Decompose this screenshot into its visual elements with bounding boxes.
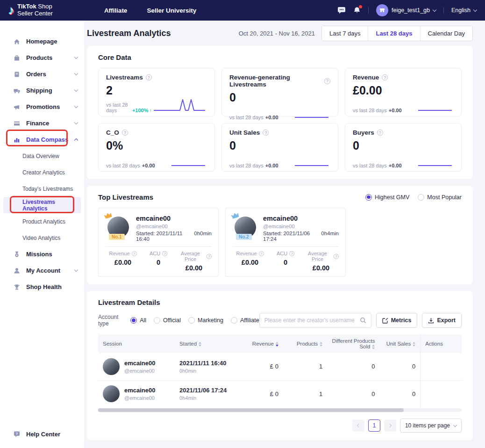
horizontal-scrollbar-thumb[interactable] xyxy=(98,408,404,412)
sidebar-item-label: Products xyxy=(26,54,52,61)
started-label: Started: 2021/11/11 16:40 xyxy=(136,231,194,242)
radio-account-marketing[interactable]: Marketing xyxy=(188,317,223,324)
sort-radio-group: Highest GMV Most Popular xyxy=(365,194,462,201)
pagination-page-1[interactable]: 1 xyxy=(368,419,380,432)
tiktok-logo[interactable]: ♪ TikTok Shop Seller Center xyxy=(8,3,53,17)
sidebar-item-missions[interactable]: Missions xyxy=(0,246,84,262)
sidebar-subitem-data-overview[interactable]: Data Overview xyxy=(0,148,84,164)
info-icon[interactable]: ? xyxy=(259,251,264,256)
notifications-bell-icon[interactable] xyxy=(353,7,361,14)
creator-search-box xyxy=(259,313,371,328)
top-nav-links: Affiliate Seller University xyxy=(104,7,196,14)
account-menu[interactable]: feige_test1_gb xyxy=(376,4,436,16)
nav-link-seller-university[interactable]: Seller University xyxy=(147,7,196,14)
table-row[interactable]: emcaine00@emcaine00 2021/11/06 17:240h4m… xyxy=(98,380,462,407)
metrics-button[interactable]: Metrics xyxy=(376,313,418,328)
info-icon[interactable]: ? xyxy=(146,74,152,80)
sidebar-item-products[interactable]: Products xyxy=(0,50,84,66)
session-creator-name: emcaine00 xyxy=(124,387,156,394)
divider xyxy=(232,246,339,247)
metric-label: Livestreams xyxy=(106,74,143,81)
metric-value: 0 xyxy=(353,139,454,152)
radio-account-official[interactable]: Official xyxy=(154,317,181,324)
info-icon[interactable]: ? xyxy=(324,78,330,84)
top-livestream-card-1[interactable]: No.1 emcaine00 @emcaine00 Started: 2021/… xyxy=(98,208,219,277)
help-center[interactable]: ? Help Center xyxy=(13,430,60,438)
messages-icon[interactable] xyxy=(337,7,346,14)
sidebar-item-orders[interactable]: Orders xyxy=(0,66,84,82)
language-menu[interactable]: English xyxy=(451,7,477,14)
livestream-details-panel: Livestream Details Account type All Offi… xyxy=(87,291,473,440)
radio-most-popular[interactable]: Most Popular xyxy=(418,194,462,201)
metric-card-buyers: Buyers? 0 vs last 28 days +0.00 xyxy=(345,123,462,172)
sparkline-chart xyxy=(416,152,454,168)
sidebar-subitem-livestreams-analytics[interactable]: Livestreams Analytics xyxy=(3,197,81,213)
info-icon[interactable]: ? xyxy=(334,254,339,259)
table-row[interactable]: emcaine00@emcaine00 2021/11/11 16:400h0m… xyxy=(98,353,462,380)
info-icon[interactable]: ? xyxy=(132,251,137,256)
subitem-label: Today's Livestreams xyxy=(22,186,73,192)
metric-label: Revenue xyxy=(353,74,379,81)
metric-value: £0.00 xyxy=(232,259,268,266)
sidebar-subitem-product-analytics[interactable]: Product Analytics xyxy=(0,213,84,230)
range-button-last-28-days[interactable]: Last 28 days xyxy=(368,26,420,41)
sidebar-subitem-todays-livestreams[interactable]: Today's Livestreams xyxy=(0,181,84,197)
sidebar-item-promotions[interactable]: Promotions xyxy=(0,99,84,115)
info-icon[interactable]: ? xyxy=(289,251,294,256)
range-button-last-7-days[interactable]: Last 7 days xyxy=(322,26,368,41)
radio-highest-gmv[interactable]: Highest GMV xyxy=(365,194,409,201)
logo-shop: Shop xyxy=(36,3,52,10)
sidebar-subitem-creator-analytics[interactable]: Creator Analytics xyxy=(0,164,84,181)
column-header-started[interactable]: Started xyxy=(175,334,242,353)
chevron-right-icon xyxy=(388,424,392,427)
person-icon xyxy=(13,267,21,275)
nav-link-affiliate[interactable]: Affiliate xyxy=(104,7,128,14)
export-button[interactable]: Export xyxy=(422,313,462,328)
column-header-revenue[interactable]: Revenue xyxy=(242,334,283,353)
radio-icon xyxy=(130,317,137,324)
sidebar-item-shipping[interactable]: Shipping xyxy=(0,82,84,99)
search-icon[interactable] xyxy=(360,317,366,324)
info-icon[interactable]: ? xyxy=(207,254,212,259)
sparkline-chart xyxy=(293,104,330,120)
creator-handle: @emcaine00 xyxy=(136,224,212,229)
medal-icon xyxy=(13,251,21,258)
creator-search-input[interactable] xyxy=(264,317,360,324)
page-size-dropdown[interactable]: 10 items per page xyxy=(400,419,462,433)
unit-sales-cell: 0 xyxy=(379,353,420,380)
info-icon[interactable]: ? xyxy=(377,130,383,136)
started-datetime: 2021/11/11 16:40 xyxy=(179,360,237,367)
help-center-label: Help Center xyxy=(26,431,60,438)
pagination-prev-button[interactable] xyxy=(352,419,364,432)
sidebar-item-label: Orders xyxy=(26,71,46,78)
info-icon[interactable]: ? xyxy=(382,74,388,80)
sidebar-item-data-compass[interactable]: Data Compass xyxy=(0,131,84,148)
pagination-next-button[interactable] xyxy=(384,419,396,432)
metric-value: 0 xyxy=(141,259,176,266)
column-header-unit-sales[interactable]: Unit Sales xyxy=(379,334,420,353)
sidebar-item-homepage[interactable]: Homepage xyxy=(0,33,84,50)
delta-value: +0.00 xyxy=(265,163,278,168)
column-header-products[interactable]: Products xyxy=(283,334,327,353)
sidebar-item-shop-health[interactable]: Shop Health xyxy=(0,279,84,295)
rank-badge: No.2 xyxy=(236,234,252,240)
radio-account-all[interactable]: All xyxy=(130,317,146,324)
sidebar-subitem-video-analytics[interactable]: Video Analytics xyxy=(0,230,84,246)
range-button-calendar-day[interactable]: Calendar Day xyxy=(420,26,473,41)
info-icon[interactable]: ? xyxy=(162,251,167,256)
info-icon[interactable]: ? xyxy=(122,130,128,136)
sort-icon-active-desc xyxy=(276,342,278,347)
sidebar-item-finance[interactable]: Finance xyxy=(0,115,84,131)
metrics-button-label: Metrics xyxy=(391,317,412,324)
compare-label: vs last 28 days xyxy=(353,163,387,168)
info-icon[interactable]: ? xyxy=(263,130,269,136)
logo-text: TikTok Shop Seller Center xyxy=(17,3,53,17)
radio-account-affiliate[interactable]: Affiliate xyxy=(231,317,259,324)
sidebar-item-my-account[interactable]: My Account xyxy=(0,262,84,279)
started-label: Started: 2021/11/06 17:24 xyxy=(263,231,321,242)
chevron-left-icon xyxy=(357,424,361,427)
column-header-different-products-sold[interactable]: Different Products Sold xyxy=(327,334,379,353)
session-avatar xyxy=(103,385,120,402)
chevron-down-icon xyxy=(74,88,78,92)
top-livestream-card-2[interactable]: No.2 emcaine00 @emcaine00 Started: 2021/… xyxy=(225,208,346,277)
